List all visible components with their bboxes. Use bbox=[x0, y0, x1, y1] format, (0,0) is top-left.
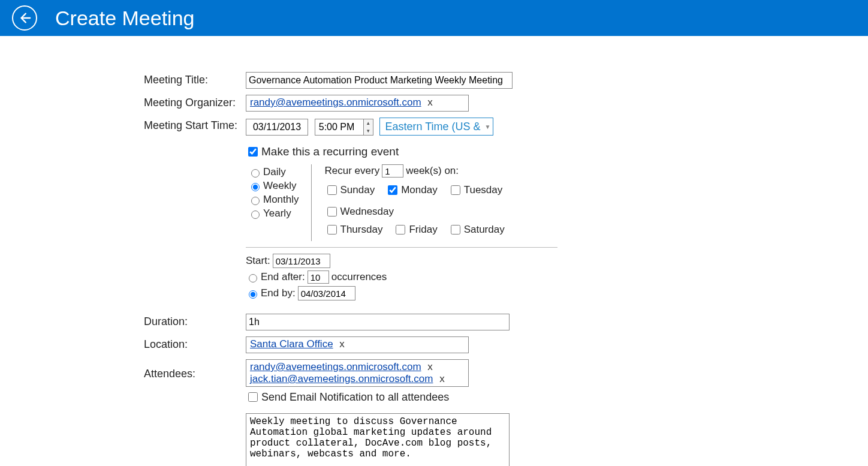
chevron-down-icon: ▼ bbox=[485, 124, 491, 130]
location-remove-button[interactable]: x bbox=[336, 338, 345, 350]
time-up-button[interactable]: ▲ bbox=[364, 119, 373, 127]
end-after-radio[interactable] bbox=[249, 274, 257, 282]
attendees-field[interactable]: randy@avemeetings.onmicrosoft.com x jack… bbox=[246, 359, 469, 387]
duration-input[interactable] bbox=[246, 314, 510, 330]
end-after-input[interactable] bbox=[308, 270, 329, 284]
organizer-remove-button[interactable]: x bbox=[424, 97, 433, 108]
day-wednesday-checkbox[interactable] bbox=[327, 207, 337, 217]
organizer-field[interactable]: randy@avemeetings.onmicrosoft.com x bbox=[246, 95, 469, 112]
attendee-tag[interactable]: jack.tian@avemeetings.onmicrosoft.com bbox=[250, 373, 433, 384]
start-time-input[interactable] bbox=[315, 119, 363, 135]
freq-weekly-radio[interactable] bbox=[251, 183, 260, 191]
meeting-organizer-label: Meeting Organizer: bbox=[144, 95, 246, 109]
recurring-label: Make this a recurring event bbox=[261, 145, 399, 158]
attendee-remove-button[interactable]: x bbox=[424, 361, 433, 372]
freq-daily-radio[interactable] bbox=[251, 169, 260, 178]
location-label: Location: bbox=[144, 336, 246, 351]
send-notification-checkbox[interactable] bbox=[248, 392, 258, 402]
back-button[interactable] bbox=[12, 5, 37, 31]
attendee-tag[interactable]: randy@avemeetings.onmicrosoft.com bbox=[250, 361, 421, 372]
recurring-checkbox[interactable] bbox=[248, 147, 258, 157]
description-textarea[interactable] bbox=[246, 413, 510, 466]
meeting-start-label: Meeting Start Time: bbox=[144, 118, 246, 132]
end-by-radio[interactable] bbox=[249, 290, 257, 299]
freq-yearly-radio[interactable] bbox=[251, 211, 260, 219]
recur-interval-input[interactable] bbox=[382, 164, 403, 178]
end-after-label: End after: bbox=[261, 271, 305, 283]
create-meeting-form: Meeting Title: Meeting Organizer: randy@… bbox=[0, 36, 719, 466]
timezone-dropdown[interactable]: Eastern Time (US & ▼ bbox=[379, 118, 493, 136]
meeting-title-label: Meeting Title: bbox=[144, 72, 246, 86]
day-monday-checkbox[interactable] bbox=[388, 185, 397, 195]
range-start-input[interactable] bbox=[273, 254, 330, 268]
end-by-input[interactable] bbox=[298, 286, 355, 300]
range-start-label: Start: bbox=[246, 255, 270, 267]
timezone-value: Eastern Time (US & bbox=[385, 121, 480, 133]
day-thursday-checkbox[interactable] bbox=[327, 225, 337, 234]
day-friday-checkbox[interactable] bbox=[396, 225, 405, 234]
location-field[interactable]: Santa Clara Office x bbox=[246, 336, 469, 353]
page-title: Create Meeting bbox=[55, 7, 194, 30]
day-sunday-checkbox[interactable] bbox=[327, 185, 337, 195]
duration-label: Duration: bbox=[144, 314, 246, 328]
end-by-label: End by: bbox=[261, 287, 296, 299]
page-header: Create Meeting bbox=[0, 0, 868, 36]
send-notification-label: Send Email Notification to all attendees bbox=[261, 391, 449, 404]
organizer-tag[interactable]: randy@avemeetings.onmicrosoft.com bbox=[250, 97, 421, 108]
arrow-left-icon bbox=[18, 11, 31, 25]
attendees-label: Attendees: bbox=[144, 359, 246, 380]
day-tuesday-checkbox[interactable] bbox=[451, 185, 460, 195]
meeting-title-input[interactable] bbox=[246, 72, 513, 89]
start-date-input[interactable] bbox=[246, 119, 308, 136]
time-down-button[interactable]: ▼ bbox=[364, 127, 373, 135]
freq-monthly-radio[interactable] bbox=[251, 197, 260, 205]
day-saturday-checkbox[interactable] bbox=[451, 225, 460, 234]
occurrences-label: occurrences bbox=[331, 271, 387, 283]
location-tag[interactable]: Santa Clara Office bbox=[250, 338, 333, 350]
divider bbox=[246, 247, 557, 248]
attendee-remove-button[interactable]: x bbox=[436, 373, 445, 384]
